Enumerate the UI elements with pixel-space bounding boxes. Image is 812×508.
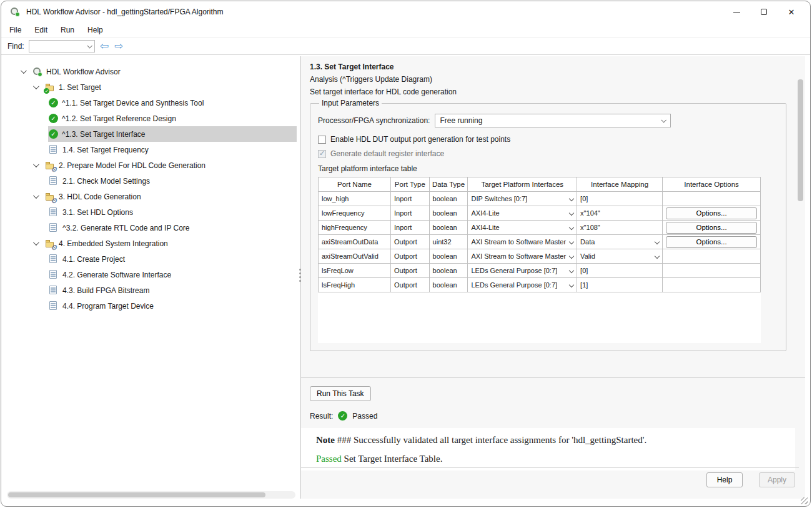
- target-platform-interface-dropdown[interactable]: LEDs General Purpose [0:7]: [468, 264, 577, 278]
- tree-item-label: 4.1. Create Project: [62, 255, 125, 264]
- menu-bar: File Edit Run Help: [1, 22, 810, 37]
- run-this-task-button[interactable]: Run This Task: [310, 386, 371, 401]
- port-name-cell: lowFrequency: [319, 206, 391, 221]
- tree-item-label: 3. HDL Code Generation: [59, 192, 141, 201]
- register-interface-label: Generate default register interface: [330, 149, 444, 158]
- tree-item[interactable]: 4. Embedded System Integration: [7, 236, 300, 251]
- port-name-cell: lsFreqHigh: [319, 278, 391, 292]
- chevron-down-icon: [569, 225, 574, 230]
- target-platform-interface-dropdown[interactable]: AXI Stream to Software Master: [468, 249, 577, 264]
- tree-item-body: 4. Embedded System Integration: [44, 236, 173, 251]
- target-platform-interface-dropdown[interactable]: LEDs General Purpose [0:7]: [468, 278, 577, 292]
- find-previous-button[interactable]: [99, 41, 109, 51]
- options-button[interactable]: Options...: [666, 222, 757, 234]
- task-icon: [49, 145, 59, 155]
- tree-item-label: 1. Set Target: [59, 83, 101, 92]
- port-type-cell: Inport: [391, 221, 430, 235]
- tree-item[interactable]: 4.2. Generate Software Interface: [7, 267, 300, 282]
- interface-mapping-dropdown[interactable]: Valid: [577, 249, 663, 264]
- chevron-down-icon[interactable]: [33, 163, 44, 167]
- options-button[interactable]: Options...: [666, 236, 757, 248]
- interface-options-cell: Options...: [663, 221, 761, 235]
- target-platform-interface-dropdown[interactable]: AXI4-Lite: [468, 206, 577, 221]
- target-platform-interface-dropdown[interactable]: AXI4-Lite: [468, 221, 577, 235]
- port-type-cell: Outport: [391, 235, 430, 249]
- app-window: HDL Workflow Advisor - hdl_gettingStarte…: [1, 1, 811, 507]
- menu-file[interactable]: File: [9, 26, 21, 34]
- col-header-port-type: Port Type: [391, 177, 430, 192]
- task-panel: 1.3. Set Target Interface Analysis (^Tri…: [301, 56, 805, 499]
- maximize-button[interactable]: [750, 2, 778, 21]
- interface-table-row: lowFrequencyInportbooleanAXI4-Litex"104"…: [319, 206, 761, 221]
- vertical-scrollbar-thumb[interactable]: [798, 79, 803, 201]
- interface-options-cell: [663, 192, 761, 206]
- tree-item[interactable]: ^1.3. Set Target Interface: [7, 126, 300, 142]
- find-input[interactable]: [29, 40, 95, 52]
- help-button[interactable]: Help: [706, 472, 743, 487]
- chevron-down-icon[interactable]: [21, 69, 32, 74]
- folder-gear-icon: [45, 239, 55, 249]
- menu-run[interactable]: Run: [61, 26, 74, 34]
- horizontal-scrollbar[interactable]: [7, 491, 295, 499]
- chevron-down-icon: [569, 254, 574, 259]
- tree-item-body: 1.4. Set Target Frequency: [48, 142, 154, 157]
- close-button[interactable]: [778, 2, 805, 21]
- tree-item[interactable]: ^1.2. Set Target Reference Design: [7, 111, 300, 126]
- result-status: Passed: [352, 412, 377, 421]
- chevron-down-icon: [661, 117, 666, 122]
- port-type-cell: Outport: [391, 264, 430, 278]
- table-header-row: Port Name Port Type Data Type Target Pla…: [319, 177, 761, 192]
- interface-options-cell: Options...: [663, 206, 761, 221]
- interface-options-cell: [663, 278, 761, 292]
- tree-item[interactable]: 1.4. Set Target Frequency: [7, 142, 300, 157]
- options-button[interactable]: Options...: [666, 207, 757, 219]
- target-platform-interface-dropdown[interactable]: DIP Switches [0:7]: [468, 192, 577, 206]
- test-points-checkbox[interactable]: [318, 136, 326, 144]
- tree-item[interactable]: 1. Set Target: [7, 79, 300, 95]
- find-next-button[interactable]: [114, 41, 124, 51]
- group-title: Input Parameters: [319, 99, 382, 107]
- result-row: Result: Passed: [310, 411, 791, 421]
- processor-fpga-sync-select[interactable]: Free running: [435, 114, 671, 127]
- port-type-cell: Inport: [391, 206, 430, 221]
- interface-table-body: low_highInportbooleanDIP Switches [0:7][…: [319, 192, 761, 292]
- menu-edit[interactable]: Edit: [34, 26, 47, 34]
- horizontal-scrollbar-thumb[interactable]: [8, 492, 265, 497]
- tree-item-body: 3. HDL Code Generation: [44, 189, 146, 204]
- minimize-button[interactable]: [723, 2, 750, 21]
- port-type-cell: Outport: [391, 249, 430, 264]
- chevron-down-icon[interactable]: [33, 241, 44, 246]
- tree-item[interactable]: 4.3. Build FPGA Bitstream: [7, 282, 300, 298]
- tree-item[interactable]: 4.1. Create Project: [7, 251, 300, 267]
- chevron-down-icon[interactable]: [33, 85, 44, 89]
- tree-item[interactable]: 3.1. Set HDL Options: [7, 204, 300, 220]
- minimize-icon: [733, 12, 740, 12]
- data-type-cell: boolean: [429, 221, 468, 235]
- tree-item[interactable]: ^3.2. Generate RTL Code and IP Core: [7, 220, 300, 236]
- find-toolbar: Find:: [1, 37, 810, 55]
- menu-help[interactable]: Help: [87, 26, 103, 34]
- interface-table-viewport: Port Name Port Type Data Type Target Pla…: [318, 177, 761, 343]
- col-header-port-name: Port Name: [319, 177, 391, 192]
- port-type-cell: Inport: [391, 192, 430, 206]
- chevron-down-icon[interactable]: [33, 194, 44, 199]
- app-icon: [10, 7, 20, 17]
- sync-label: Processor/FPGA synchronization:: [318, 116, 430, 125]
- tree-item[interactable]: ^1.1. Set Target Device and Synthesis To…: [7, 95, 300, 111]
- window-resize-grip[interactable]: [801, 497, 808, 504]
- tree-item[interactable]: 2.1. Check Model Settings: [7, 173, 300, 189]
- task-icon: [49, 270, 59, 280]
- tree-item-label: ^1.1. Set Target Device and Synthesis To…: [62, 99, 204, 107]
- title-bar: HDL Workflow Advisor - hdl_gettingStarte…: [1, 1, 810, 22]
- tree-item[interactable]: 2. Prepare Model For HDL Code Generation: [7, 157, 300, 173]
- tree-item[interactable]: HDL Workflow Advisor: [7, 64, 300, 79]
- interface-mapping-dropdown[interactable]: Data: [577, 235, 663, 249]
- tree-item[interactable]: 3. HDL Code Generation: [7, 189, 300, 204]
- target-platform-interface-dropdown[interactable]: AXI Stream to Software Master: [468, 235, 577, 249]
- port-name-cell: highFrequency: [319, 221, 391, 235]
- interface-table: Port Name Port Type Data Type Target Pla…: [318, 177, 761, 292]
- tree-item[interactable]: 4.4. Program Target Device: [7, 298, 300, 314]
- passed-check-icon: [49, 98, 58, 107]
- tree-item-label: ^3.2. Generate RTL Code and IP Core: [62, 224, 190, 232]
- passed-text: Set Target Interface Table.: [344, 454, 443, 464]
